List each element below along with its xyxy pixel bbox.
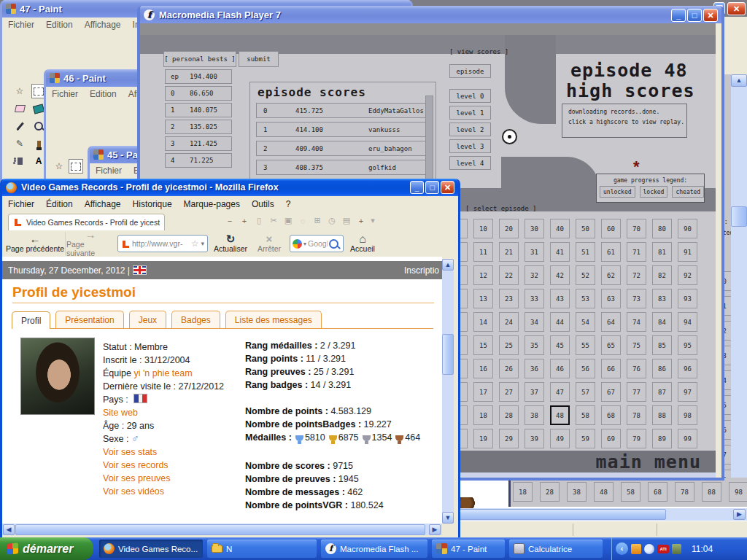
profile-tab[interactable]: Jeux [129,311,166,328]
uk-flag-icon[interactable] [133,265,147,275]
episode-cell[interactable]: 71 [627,242,646,262]
episode-cell[interactable]: 37 [525,382,544,402]
episode-cell[interactable]: 76 [627,359,646,378]
episode-cell[interactable]: 32 [525,265,544,285]
episode-cell[interactable]: 92 [678,265,697,285]
episode-cell[interactable]: 25 [499,335,519,355]
bg-scroll-right-button[interactable]: ▶ [733,509,746,520]
episode-cell[interactable]: 29 [499,429,519,448]
episode-cell[interactable]: 63 [601,289,621,308]
bg-episode-cell[interactable]: 78 [675,482,694,502]
search-magnifier-icon[interactable] [329,239,338,249]
episode-cell[interactable]: 65 [601,335,621,355]
menu-item[interactable]: Fichier [8,20,34,30]
cut-icon[interactable]: ✂ [267,216,280,225]
episode-cell[interactable]: 47 [550,382,570,402]
menu-item[interactable]: Edition [46,20,73,30]
episode-cell[interactable]: 96 [678,359,697,378]
episode-cell[interactable]: 83 [652,289,672,308]
episode-cell[interactable]: 24 [499,312,519,332]
tray-icon-ati[interactable]: ATI [657,545,669,553]
menu-item[interactable]: Affichage [85,199,121,209]
episode-cell[interactable]: 14 [473,312,493,332]
episode-cell[interactable]: 42 [550,265,570,285]
episode-cell[interactable]: 81 [652,242,672,262]
stop-button[interactable]: × Arrêter [252,232,286,255]
forward-button[interactable]: → Page suivante [66,232,115,255]
pencil-icon[interactable]: ✎ [12,136,27,151]
bg-episode-cell[interactable]: 28 [540,482,560,502]
episode-cell[interactable]: 66 [601,359,621,378]
firefox-scroll-right-button[interactable]: ▶ [429,524,441,535]
history-clock-icon[interactable]: ◷ [325,216,338,225]
personal-best-row[interactable]: ep194.400 [165,69,232,84]
bg-hscroll-thumb[interactable] [456,509,666,520]
episode-cell[interactable]: 26 [499,359,519,378]
personal-bests-tab[interactable]: [ personal bests ] [163,51,236,67]
firefox-scroll-down-button[interactable]: ▼ [442,512,454,524]
profile-link[interactable]: yi 'n phie team [133,368,192,378]
episode-cell[interactable]: 36 [525,359,544,378]
episode-score-row[interactable]: 0415.725EddyMataGallos [256,103,427,118]
episode-cell[interactable]: 11 [473,242,493,262]
episode-cell[interactable]: 33 [525,289,544,308]
episode-cell[interactable]: 78 [627,405,646,425]
episode-cell[interactable]: 93 [678,289,697,308]
episode-cell[interactable]: 68 [601,405,621,425]
legend-button[interactable]: locked [640,186,668,198]
episode-cell[interactable]: 28 [499,405,519,425]
personal-best-row[interactable]: 1140.075 [165,103,232,117]
view-score-button[interactable]: level 3 [449,139,491,153]
bg-episode-cell[interactable]: 88 [702,482,721,502]
menu-item[interactable]: ? [286,199,291,209]
toolbar-caret-icon[interactable]: ▾ [369,216,376,225]
profile-link[interactable]: Voir ses records [103,460,169,470]
episode-cell[interactable]: 20 [499,219,519,238]
firefox-minimize-button[interactable]: _ [410,181,424,194]
legend-button[interactable]: cheated [672,186,704,198]
episode-cell[interactable]: 54 [576,312,595,332]
search-engine-caret-icon[interactable]: ▾ [303,241,306,247]
episode-cell[interactable]: 85 [652,335,672,355]
menu-item[interactable]: Affichage [85,20,121,30]
url-text[interactable]: http://www.vgr- [132,239,189,248]
personal-best-row[interactable]: 086.650 [165,86,232,101]
search-box[interactable]: ▾ Googl [290,235,344,252]
episode-score-row[interactable]: 3408.375golfkid [256,160,427,175]
profile-tab[interactable]: Présentation [55,311,123,328]
tray-clock[interactable]: 11:04 [692,544,713,554]
eraser-icon[interactable] [12,101,27,116]
episode-cell[interactable]: 56 [576,359,595,378]
refresh-button[interactable]: ↻ Actualiser [211,232,250,255]
add-toolbar-icon[interactable]: + [355,217,368,225]
episode-cell[interactable]: 91 [678,242,697,262]
profile-link[interactable]: Voir ses preuves [103,473,170,483]
episode-cell[interactable]: 99 [678,429,697,448]
episode-cell[interactable]: 89 [652,429,672,448]
episode-cell[interactable]: 90 [678,219,697,238]
bg-episode-cell[interactable]: 48 [594,482,614,502]
flash-close-button[interactable]: ✕ [703,9,718,22]
episode-cell[interactable]: 17 [473,382,493,402]
episode-cell[interactable]: 59 [576,429,595,448]
new-window-icon[interactable]: ⊞ [311,216,324,225]
menu-item[interactable]: Historique [133,199,172,209]
episode-cell[interactable]: 60 [601,219,621,238]
firefox-scroll-up-button[interactable]: ▲ [442,259,454,271]
select-icon[interactable] [69,159,83,174]
legend-button[interactable]: unlocked [600,186,635,198]
menu-item[interactable]: Marque-pages [184,199,240,209]
episode-cell[interactable]: 94 [678,312,697,332]
episode-cell[interactable]: 73 [627,289,646,308]
taskbar-button-firefox[interactable]: Video Games Reco... [99,540,203,558]
episode-cell[interactable]: 64 [601,312,621,332]
episode-cell[interactable]: 46 [550,359,570,378]
episode-cell[interactable]: 84 [652,312,672,332]
episode-cell[interactable]: 18 [473,405,493,425]
episode-cell[interactable]: 16 [473,359,493,378]
menu-item[interactable]: Fichier [8,199,34,209]
episode-cell[interactable]: 10 [473,219,493,238]
firefox-vscroll-thumb[interactable] [442,334,454,375]
profile-link[interactable]: Voir ses vidéos [103,486,164,497]
episode-cell[interactable]: 86 [652,359,672,378]
